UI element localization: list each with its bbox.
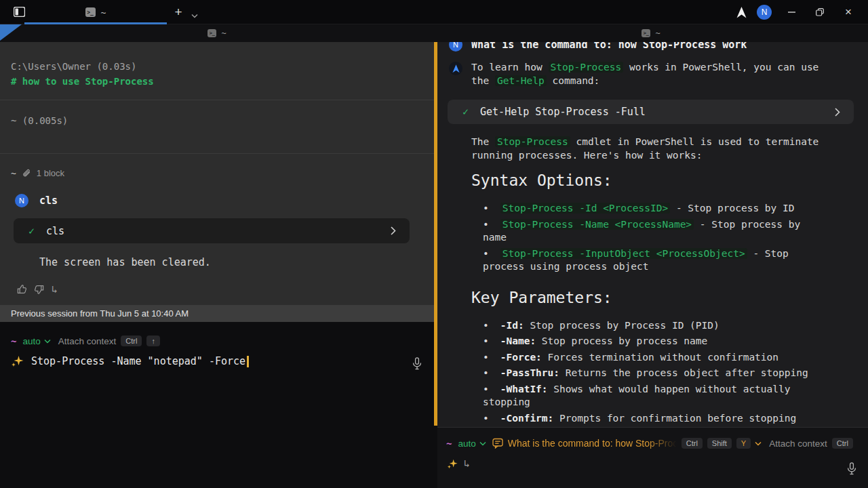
user-message: cls — [39, 195, 58, 207]
clipped-key-badge: Ctrl — [832, 438, 853, 449]
reply-arrow-icon[interactable]: ↳ — [464, 458, 470, 470]
ai-intro-text: To learn how Stop-Process works in Power… — [471, 61, 837, 87]
shift-key-badge: Shift — [707, 438, 732, 449]
terminal-pane[interactable]: C:\Users\Owner (0.03s) # how to use Stop… — [0, 42, 434, 488]
attach-context-button[interactable]: Attach context — [769, 439, 827, 449]
previous-session-banner[interactable]: Previous session from Thu Jun 5 at 10:40… — [0, 305, 434, 322]
powershell-icon: >_ — [208, 29, 216, 37]
left-pane-header[interactable]: >_ ~ — [0, 24, 434, 42]
right-pane-title: ~ — [655, 28, 660, 38]
warp-ai-avatar — [449, 62, 462, 87]
command-input[interactable]: Stop-Process -Name "notepad" -Force — [31, 355, 245, 367]
bullet-item: •-Id: Stop process by Process ID (PID) — [483, 319, 822, 333]
mode-selector[interactable]: auto — [458, 439, 475, 449]
maximize-button[interactable] — [806, 0, 834, 24]
chat-ai-message: To learn how Stop-Process works in Power… — [437, 61, 868, 87]
warp-logo-icon[interactable] — [731, 7, 751, 18]
microphone-icon[interactable] — [412, 357, 422, 373]
left-pane-title: ~ — [221, 28, 226, 38]
feedback-row: ↳ — [16, 283, 423, 296]
suggested-command-block[interactable]: ✓ Get-Help Stop-Process -Full — [448, 100, 854, 124]
terminal-block[interactable]: C:\Users\Owner (0.03s) # how to use Stop… — [0, 42, 434, 100]
text-cursor — [247, 356, 249, 367]
bullet-item: •-Force: Forces termination without conf… — [483, 351, 822, 365]
minimize-button[interactable] — [777, 0, 806, 24]
tab-title: ~ — [101, 7, 106, 18]
user-avatar[interactable]: N — [757, 5, 772, 20]
sparkle-icon — [447, 459, 458, 469]
chevron-down-icon[interactable] — [755, 441, 762, 446]
agent-input-area[interactable]: ~ auto What is the command to: how Stop-… — [437, 427, 868, 488]
chevron-down-icon[interactable] — [479, 441, 486, 446]
agent-conversation: ~ 1 block N cls ✓ cls — [0, 168, 434, 296]
powershell-icon: >_ — [642, 29, 650, 37]
titlebar: >_ ~ + N × — [0, 0, 868, 24]
paperclip-icon — [22, 168, 31, 178]
user-message-text: What is the command to: how Stop-Process… — [471, 42, 747, 52]
parameters-bullet-list: •-Id: Stop process by Process ID (PID)•-… — [483, 319, 822, 426]
bullet-item: •Stop-Process -InputObject <ProcessObjec… — [483, 247, 822, 274]
thumbs-down-icon[interactable] — [34, 284, 45, 295]
user-avatar: N — [449, 42, 462, 52]
success-check-icon: ✓ — [462, 106, 469, 118]
success-check-icon: ✓ — [28, 225, 35, 237]
terminal-block[interactable]: ~ (0.005s) — [0, 100, 434, 154]
input-prompt: ~ — [446, 438, 452, 449]
y-key-badge: Y — [736, 438, 751, 449]
microphone-icon[interactable] — [847, 462, 856, 478]
sparkle-icon — [11, 355, 24, 367]
prompt-path: C:\Users\Owner (0.03s) — [11, 60, 423, 73]
terminal-scrollback[interactable]: C:\Users\Owner (0.03s) # how to use Stop… — [0, 42, 434, 305]
new-tab-button[interactable]: + — [170, 3, 187, 21]
up-arrow-key-badge: ↑ — [146, 336, 160, 346]
attach-context-button[interactable]: Attach context — [58, 336, 117, 346]
tab-dropdown-icon[interactable] — [191, 8, 198, 21]
executed-command-block[interactable]: ✓ cls — [14, 218, 410, 243]
entered-command: # how to use Stop-Process — [11, 75, 423, 87]
conversation-bubble-icon — [492, 438, 503, 449]
bullet-item: •-PassThru: Returns the process object a… — [483, 367, 822, 380]
sidebar-toggle-icon[interactable] — [14, 7, 25, 17]
mode-selector[interactable]: auto — [22, 336, 40, 346]
active-tab-underline — [24, 22, 167, 24]
thumbs-up-icon[interactable] — [16, 284, 27, 295]
agent-response: The screen has been cleared. — [39, 256, 423, 268]
user-avatar: N — [15, 194, 28, 207]
prompt-path: ~ (0.005s) — [11, 115, 423, 127]
ctrl-key-badge: Ctrl — [682, 438, 703, 449]
chat-user-message: N What is the command to: how Stop-Proce… — [437, 42, 868, 52]
bullet-item: •Stop-Process -Name <ProcessName> - Stop… — [483, 218, 822, 245]
terminal-tab[interactable]: >_ ~ — [24, 0, 167, 24]
chevron-right-icon[interactable] — [391, 226, 396, 235]
bullet-item: •-WhatIf: Shows what would happen withou… — [483, 383, 822, 409]
chevron-right-icon[interactable] — [835, 108, 840, 117]
reply-arrow-icon[interactable]: ↳ — [52, 283, 58, 296]
context-count: 1 block — [37, 168, 64, 178]
pane-headers: >_ ~ >_ ~ — [0, 24, 868, 42]
chat-scroll-area[interactable]: N What is the command to: how Stop-Proce… — [437, 42, 868, 427]
command-text: Get-Help Stop-Process -Full — [480, 106, 646, 118]
bullet-item: •-Name: Stop process by process name — [483, 335, 822, 348]
terminal-input-area[interactable]: ~ auto Attach context Ctrl ↑ Stop-Proces… — [0, 322, 434, 488]
conversation-title[interactable]: What is the command to: how Stop-Process… — [508, 438, 677, 449]
bullet-item: •-Confirm: Prompts for confirmation befo… — [483, 412, 822, 426]
right-pane-header[interactable]: >_ ~ — [434, 24, 868, 42]
warp-window: >_ ~ + N × >_ ~ >_ ~ — [0, 0, 868, 488]
ctrl-key-badge: Ctrl — [121, 336, 142, 346]
chevron-down-icon[interactable] — [44, 339, 51, 344]
bullet-item: •Stop-Process -Id <ProcessID> - Stop pro… — [483, 202, 822, 216]
powershell-icon: >_ — [85, 7, 96, 17]
pane-focus-triangle — [0, 24, 22, 41]
syntax-bullet-list: •Stop-Process -Id <ProcessID> - Stop pro… — [483, 202, 822, 274]
input-prompt: ~ — [11, 336, 16, 346]
ai-description-text: The Stop-Process cmdlet in PowerShell is… — [471, 136, 837, 162]
agent-chat-pane[interactable]: N What is the command to: how Stop-Proce… — [437, 42, 868, 488]
section-heading: Key Parameters: — [471, 289, 868, 306]
section-heading: Syntax Options: — [471, 171, 868, 189]
close-button[interactable]: × — [834, 0, 863, 24]
context-prompt: ~ — [11, 168, 16, 178]
command-text: cls — [46, 225, 64, 237]
